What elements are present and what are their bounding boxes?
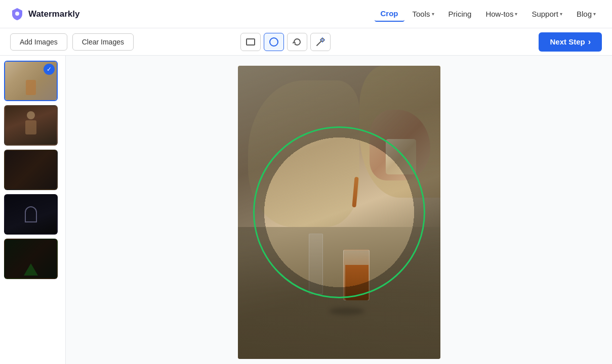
- crop-tool-group: [240, 33, 331, 51]
- nav-item-crop[interactable]: Crop: [375, 6, 404, 22]
- circle-crop-button[interactable]: [264, 33, 284, 51]
- nav-item-howtos[interactable]: How-tos ▾: [479, 7, 523, 21]
- nav-item-pricing[interactable]: Pricing: [442, 7, 478, 21]
- thumbnail-1[interactable]: ✓: [4, 61, 58, 101]
- header: Watermarkly Crop Tools ▾ Pricing How-tos…: [0, 0, 612, 28]
- canvas-area: [66, 56, 612, 364]
- logo-area: Watermarkly: [10, 7, 79, 21]
- nav-item-tools[interactable]: Tools ▾: [406, 7, 440, 21]
- crop-overlay-outside: [238, 66, 440, 359]
- rotate-button[interactable]: [287, 33, 307, 51]
- magic-icon: [315, 37, 325, 47]
- main-nav: Crop Tools ▾ Pricing How-tos ▾ Support ▾…: [375, 6, 602, 22]
- toolbar: Add Images Clear Images: [0, 28, 612, 56]
- thumbnail-2[interactable]: [4, 105, 58, 146]
- main-layout: ✓: [0, 56, 612, 364]
- image-container: [238, 66, 440, 359]
- logo-icon: [10, 7, 24, 21]
- add-images-button[interactable]: Add Images: [10, 33, 67, 51]
- rect-crop-button[interactable]: [240, 33, 261, 51]
- app-name: Watermarkly: [28, 9, 79, 19]
- thumbnail-4[interactable]: [4, 194, 58, 235]
- chevron-down-icon: ▾: [432, 11, 434, 17]
- clear-images-button[interactable]: Clear Images: [72, 33, 134, 51]
- thumbnail-selected-check: ✓: [44, 64, 55, 75]
- svg-point-0: [15, 12, 19, 16]
- svg-rect-1: [247, 39, 255, 45]
- rotate-icon: [292, 37, 302, 47]
- chevron-down-icon: ▾: [515, 11, 517, 17]
- chevron-down-icon: ▾: [593, 11, 596, 17]
- nav-item-support[interactable]: Support ▾: [525, 7, 568, 21]
- nav-item-blog[interactable]: Blog ▾: [570, 7, 602, 21]
- svg-point-2: [270, 38, 278, 46]
- svg-point-5: [322, 39, 323, 40]
- chevron-down-icon: ▾: [560, 11, 562, 17]
- thumbnail-5[interactable]: [4, 239, 58, 279]
- svg-line-4: [317, 41, 321, 46]
- main-image: [238, 66, 440, 359]
- image-sidebar: ✓: [0, 56, 66, 364]
- rect-icon: [246, 37, 256, 47]
- arrow-right-icon: ›: [588, 37, 591, 47]
- magic-crop-button[interactable]: [310, 33, 331, 51]
- next-step-button[interactable]: Next Step ›: [539, 32, 602, 52]
- circle-icon: [269, 37, 279, 47]
- thumbnail-3[interactable]: [4, 150, 58, 190]
